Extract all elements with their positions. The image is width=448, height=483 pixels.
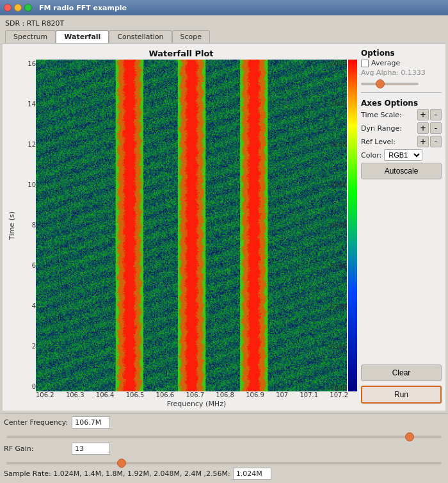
time-scale-buttons: + -	[417, 109, 442, 120]
rf-gain-value: 13	[72, 443, 110, 455]
tab-bar: Spectrum Waterfall Constellation Scope	[3, 29, 445, 44]
center-freq-row: Center Frequency: 106.7M	[4, 416, 444, 429]
x-tick: 106.6	[156, 391, 175, 398]
avg-alpha-row: Avg Alpha: 0.1333	[361, 69, 442, 77]
clear-button[interactable]: Clear	[361, 364, 442, 381]
x-tick: 106.9	[246, 391, 264, 398]
plot-area: Waterfall Plot Time (s) 16 14 12 10 8 6 …	[5, 46, 357, 408]
average-checkbox[interactable]	[361, 60, 369, 67]
window-controls[interactable]	[4, 4, 32, 12]
dyn-range-minus-button[interactable]: -	[430, 122, 442, 134]
y-axis-label: Time (s)	[5, 60, 18, 391]
dyn-range-row: Dyn Range: + -	[361, 122, 442, 134]
tab-scope[interactable]: Scope	[172, 30, 211, 43]
x-axis-label: Frequency (MHz)	[36, 398, 357, 408]
time-scale-plus-button[interactable]: +	[417, 109, 429, 120]
time-scale-row: Time Scale: + -	[361, 109, 442, 120]
x-tick: 107.1	[300, 391, 318, 398]
x-ticks: 106.2 106.3 106.4 106.5 106.6 106.7 106.…	[36, 391, 357, 398]
x-tick: 106.5	[126, 391, 145, 398]
colorbar: -20dB -26dB -32dB -38dB -45dB -51dB -57d…	[348, 60, 357, 391]
y-tick: 16	[28, 61, 36, 67]
avg-alpha-label: Avg Alpha: 0.1333	[361, 69, 426, 77]
plot-container: Time (s) 16 14 12 10 8 6 4 2 0	[5, 60, 357, 391]
bottom-controls: Center Frequency: 106.7M RF Gain: 13 Sam…	[0, 413, 448, 483]
cb-label: -63dB	[328, 343, 347, 350]
sample-rate-row: Sample Rate: 1.024M, 1.4M, 1.8M, 1.92M, …	[4, 466, 444, 481]
cb-label: -57dB	[328, 303, 347, 310]
x-tick: 107.2	[330, 391, 348, 398]
dyn-range-buttons: + -	[417, 122, 442, 134]
x-tick: 106.7	[186, 391, 204, 398]
window-title: FM radio FFT example	[39, 4, 127, 12]
rf-gain-slider[interactable]	[6, 462, 442, 464]
y-tick: 12	[28, 142, 36, 148]
minimize-button[interactable]	[14, 4, 22, 12]
x-axis-area: 106.2 106.3 106.4 106.5 106.6 106.7 106.…	[5, 391, 357, 408]
tab-spectrum[interactable]: Spectrum	[5, 30, 56, 43]
run-button[interactable]: Run	[361, 386, 442, 404]
average-label: Average	[371, 59, 400, 67]
y-ticks: 16 14 12 10 8 6 4 2 0	[18, 60, 36, 391]
cb-label: -26dB	[328, 100, 347, 107]
divider	[361, 92, 442, 93]
time-scale-minus-button[interactable]: -	[430, 109, 442, 120]
sample-rate-label: Sample Rate: 1.024M, 1.4M, 1.8M, 1.92M, …	[4, 470, 230, 478]
waterfall-wrapper	[36, 60, 347, 391]
cb-label: -32dB	[328, 141, 347, 148]
y-tick: 10	[28, 182, 36, 188]
close-button[interactable]	[4, 4, 12, 12]
color-select[interactable]: RGB1 RGB2 Gray	[384, 149, 422, 161]
titlebar: FM radio FFT example	[0, 0, 448, 15]
dyn-range-plus-button[interactable]: +	[417, 122, 429, 134]
average-option-row: Average	[361, 59, 442, 67]
rf-gain-row: RF Gain: 13	[4, 443, 444, 455]
main-content: Waterfall Plot Time (s) 16 14 12 10 8 6 …	[3, 44, 445, 411]
options-title: Options	[361, 49, 442, 58]
cb-label: -38dB	[328, 181, 347, 188]
x-tick: 106.3	[66, 391, 84, 398]
plot-title: Waterfall Plot	[5, 46, 357, 60]
cb-label: -51dB	[328, 263, 347, 270]
colorbar-labels: -20dB -26dB -32dB -38dB -45dB -51dB -57d…	[328, 60, 347, 391]
ref-level-buttons: + -	[417, 136, 442, 147]
center-freq-label: Center Frequency:	[4, 418, 68, 427]
tab-constellation[interactable]: Constellation	[109, 30, 172, 43]
options-section: Options Average Avg Alpha: 0.1333	[361, 49, 442, 88]
ref-level-plus-button[interactable]: +	[417, 136, 429, 147]
center-freq-slider[interactable]	[6, 436, 442, 438]
rf-gain-label: RF Gain:	[4, 445, 68, 453]
avg-alpha-slider-row	[361, 78, 442, 88]
ref-level-label: Ref Level:	[361, 138, 417, 146]
y-tick: 14	[28, 101, 36, 108]
x-tick: 106.2	[36, 391, 54, 398]
avg-alpha-slider[interactable]	[361, 83, 419, 85]
tab-waterfall[interactable]: Waterfall	[56, 30, 109, 43]
sdr-label: SDR : RTL R820T	[3, 18, 445, 29]
color-row: Color: RGB1 RGB2 Gray	[361, 149, 442, 161]
cb-label: -70dB	[328, 384, 347, 391]
sample-rate-value: 1.024M	[233, 468, 271, 480]
waterfall-canvas	[36, 60, 347, 391]
cb-label: -20dB	[328, 60, 347, 67]
axes-options-title: Axes Options	[361, 99, 442, 108]
x-tick: 106.4	[96, 391, 115, 398]
x-tick: 107	[276, 391, 288, 398]
colorbar-gradient	[348, 60, 357, 391]
cb-label: -45dB	[328, 222, 347, 229]
autoscale-button[interactable]: Autoscale	[361, 163, 442, 179]
ref-level-minus-button[interactable]: -	[430, 136, 442, 147]
x-tick: 106.8	[216, 391, 234, 398]
ref-level-row: Ref Level: + -	[361, 136, 442, 147]
maximize-button[interactable]	[24, 4, 32, 12]
color-label: Color:	[361, 151, 381, 160]
axes-options-section: Axes Options Time Scale: + - Dyn Range: …	[361, 99, 442, 181]
dyn-range-label: Dyn Range:	[361, 124, 417, 133]
center-freq-value: 106.7M	[72, 416, 110, 429]
time-scale-label: Time Scale:	[361, 111, 417, 119]
right-panel: Options Average Avg Alpha: 0.1333 Axes O…	[360, 46, 443, 408]
